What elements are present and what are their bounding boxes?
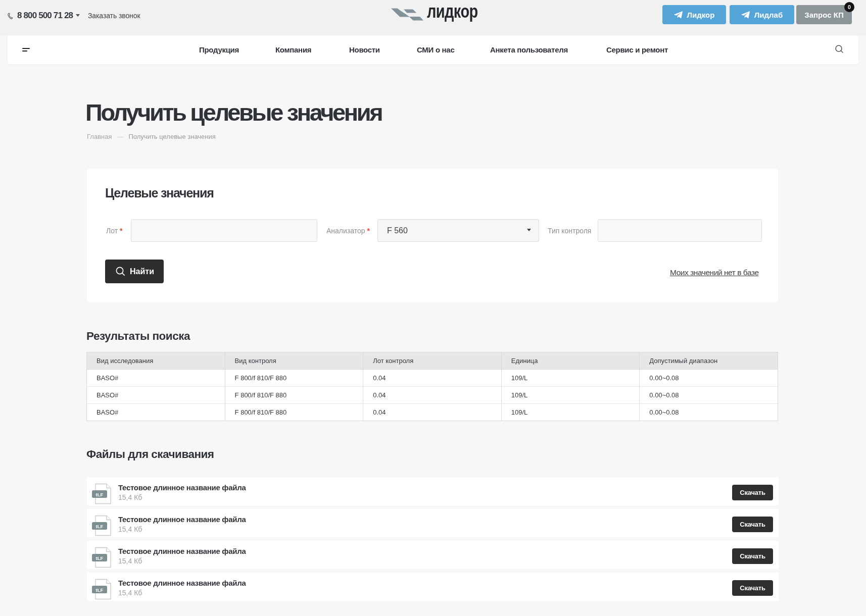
svg-text:tLF: tLF: [96, 524, 104, 529]
svg-text:tLF: tLF: [96, 555, 104, 561]
svg-text:tLF: tLF: [96, 492, 104, 497]
svg-text:tLF: tLF: [96, 587, 104, 593]
